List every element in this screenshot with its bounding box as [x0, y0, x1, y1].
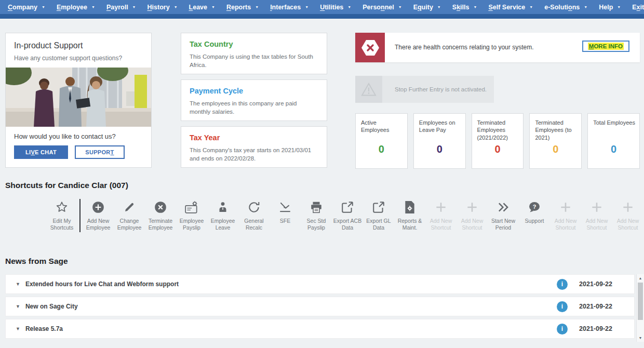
caret-down-icon[interactable]: ▼ — [16, 326, 20, 331]
live-chat-button[interactable]: LIVE CHAT — [14, 145, 68, 159]
hexagon-x-icon — [361, 39, 380, 56]
shortcut-label: Add New Shortcut — [457, 218, 488, 231]
warning-triangle-icon — [361, 82, 377, 97]
tax-country-card: Tax CountryThis Company is using the tax… — [181, 33, 327, 74]
svg-text:?: ? — [533, 204, 536, 210]
shortcut-export-gl-data[interactable]: Export GL Data — [363, 198, 394, 231]
chevron-down-icon: ▼ — [305, 5, 308, 9]
shortcut-employee-payslip[interactable]: Employee Payslip — [176, 198, 207, 231]
news-row-extended-hours-for-live-chat-and-webform-support[interactable]: ▼Extended hours for Live Chat and Webfor… — [5, 274, 635, 294]
menu-help[interactable]: Help▼ — [593, 4, 626, 11]
shortcut-label: Add New Shortcut — [581, 218, 612, 231]
support-photo — [6, 68, 151, 127]
star-icon — [44, 198, 79, 216]
menu-label: Interfaces — [270, 4, 301, 11]
menu-utilities[interactable]: Utilities▼ — [314, 4, 357, 11]
payslip-gear-icon — [176, 198, 207, 216]
menu-reports[interactable]: Reports▼ — [221, 4, 264, 11]
stat-label: Terminated Employees (2021/2022) — [472, 114, 524, 141]
support-contact-question: How would you like to contact us? — [14, 132, 143, 140]
card-text: This Company is using the tax tables for… — [190, 52, 318, 69]
stat-label: Total Employees — [588, 114, 639, 126]
chevron-down-icon: ▼ — [255, 5, 259, 9]
menu-payroll[interactable]: Payroll▼ — [101, 4, 142, 11]
shortcut-change-employee[interactable]: Change Employee — [114, 198, 145, 231]
shortcut-general-recalc[interactable]: General Recalc — [238, 198, 270, 231]
shortcut-label: Change Employee — [114, 218, 145, 231]
shortcut-add-new-shortcut-16: Add New Shortcut — [550, 198, 581, 231]
shortcut-export-acb-data[interactable]: Export ACB Data — [332, 198, 363, 231]
chat-question-icon: ? — [519, 198, 550, 216]
card-title: Payment Cycle — [190, 87, 318, 95]
shortcut-add-new-employee[interactable]: Add New Employee — [83, 198, 114, 231]
stop-further-entry-notice: Stop Further Entry is not activated. — [355, 76, 494, 103]
news-title: New on Sage City — [25, 303, 78, 310]
menu-label: Equity — [413, 4, 433, 11]
info-icon[interactable]: i — [557, 324, 568, 334]
health-alert-banner: There are health concerns relating to yo… — [355, 33, 640, 62]
caret-down-icon[interactable]: ▼ — [16, 304, 20, 309]
menu-interfaces[interactable]: Interfaces▼ — [264, 4, 314, 11]
card-title: Tax Year — [190, 133, 318, 142]
shortcut-support[interactable]: ?Support — [519, 198, 550, 224]
shortcut-reports-maint[interactable]: Reports & Maint. — [394, 198, 425, 231]
menu-label: Company — [8, 4, 37, 11]
news-row-new-on-sage-city[interactable]: ▼New on Sage Cityi2021-09-22 — [5, 297, 635, 316]
chevron-down-icon: ▼ — [132, 5, 136, 9]
plus-icon — [425, 198, 457, 216]
chevron-down-icon: ▼ — [211, 5, 215, 9]
menu-employee[interactable]: Employee▼ — [51, 4, 101, 11]
chevron-down-icon: ▼ — [42, 5, 45, 9]
stat-value: 0 — [414, 143, 465, 155]
caret-down-icon[interactable]: ▼ — [16, 282, 20, 287]
add-circle-icon — [83, 198, 114, 216]
shortcut-label: Employee Payslip — [176, 218, 207, 231]
scrollbar-thumb[interactable] — [638, 283, 643, 320]
stat-card-active-employees: Active Employees0 — [355, 113, 408, 169]
shortcut-label: Edit My Shortcuts — [44, 218, 79, 231]
shortcut-terminate-employee[interactable]: Terminate Employee — [145, 198, 176, 231]
shortcut-add-new-shortcut-12: Add New Shortcut — [425, 198, 457, 231]
shortcut-label: Add New Shortcut — [550, 218, 581, 231]
menu-company[interactable]: Company▼ — [2, 4, 51, 11]
scroll-up-icon[interactable]: ▲ — [637, 276, 644, 280]
shortcut-employee-leave[interactable]: Employee Leave — [207, 198, 238, 231]
news-scrollbar[interactable]: ▲ ▼ — [636, 274, 644, 342]
info-icon[interactable]: i — [557, 301, 568, 312]
stat-card-employees-on-leave-pay: Employees on Leave Pay0 — [413, 113, 466, 169]
chevron-down-icon: ▼ — [174, 5, 178, 9]
menu-leave[interactable]: Leave▼ — [183, 4, 221, 11]
shortcut-sec-std-payslip[interactable]: Sec Std Payslip — [301, 198, 332, 231]
scroll-down-icon[interactable]: ▼ — [637, 336, 644, 340]
menu-label: e-Solutions — [544, 4, 580, 11]
menu-label: Payroll — [106, 4, 128, 11]
support-button[interactable]: SUPPORT — [75, 145, 125, 159]
chevrons-icon — [488, 198, 519, 216]
shortcut-sfe[interactable]: SFE — [270, 198, 301, 224]
company-info-cards: Tax CountryThis Company is using the tax… — [181, 33, 327, 168]
shortcut-label: Support — [519, 218, 550, 224]
menu-equity[interactable]: Equity▼ — [408, 4, 447, 11]
payment-cycle-card: Payment CycleThe employees in this compa… — [181, 79, 327, 121]
shortcut-label: Reports & Maint. — [394, 218, 425, 231]
menu-skills[interactable]: Skills▼ — [447, 4, 483, 11]
sfe-icon-box — [355, 76, 382, 103]
support-card-title: In-product Support — [14, 41, 143, 50]
shortcut-start-new-period[interactable]: Start New Period — [488, 198, 519, 231]
sfe-arrow-icon — [270, 198, 301, 216]
menu-history[interactable]: History▼ — [142, 4, 183, 11]
shortcut-edit-my-shortcuts[interactable]: Edit My Shortcuts — [44, 198, 79, 231]
menu-self-service[interactable]: Self Service▼ — [482, 4, 539, 11]
more-info-button[interactable]: MORE INFO — [582, 41, 629, 52]
menu-e-solutions[interactable]: e-Solutions▼ — [539, 4, 593, 11]
menu-personnel[interactable]: Personnel▼ — [357, 4, 407, 11]
sfe-text: Stop Further Entry is not activated. — [395, 76, 487, 103]
card-text: The employees in this company are paid m… — [190, 99, 318, 116]
menu-exit[interactable]: Exit — [626, 4, 644, 11]
news-date: 2021-09-22 — [579, 280, 612, 288]
info-icon[interactable]: i — [557, 279, 568, 290]
shortcut-add-new-shortcut-17: Add New Shortcut — [581, 198, 612, 231]
pencil-icon — [114, 198, 145, 216]
news-row-release-5-7a[interactable]: ▼Release 5.7ai2021-09-22 — [5, 319, 635, 339]
plus-icon — [457, 198, 488, 216]
